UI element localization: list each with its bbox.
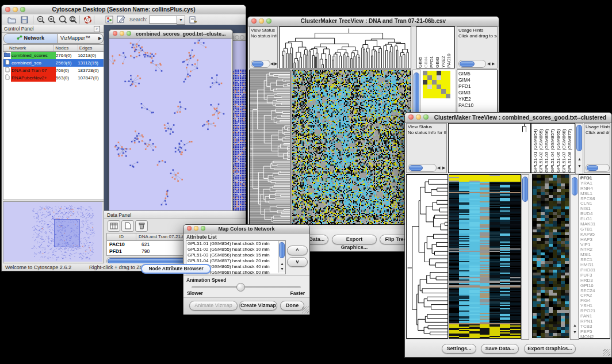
- scroll-right-icon[interactable]: ▶: [442, 166, 445, 170]
- row-label[interactable]: GIM5: [458, 71, 497, 77]
- gene-label[interactable]: TCB3: [580, 324, 610, 329]
- gene-label[interactable]: PUF3: [580, 273, 610, 278]
- gene-label[interactable]: RPN1: [580, 319, 610, 324]
- animate-vizmap-button[interactable]: Animate Vizmap: [189, 301, 238, 311]
- gene-label[interactable]: KAP95: [580, 232, 610, 237]
- gene-label[interactable]: CLN1: [580, 201, 610, 206]
- gene-label[interactable]: MSL1: [580, 191, 610, 196]
- resize-grip[interactable]: [603, 349, 610, 356]
- zoom-fit-icon[interactable]: [68, 16, 78, 24]
- zoom-out-icon[interactable]: [36, 16, 46, 24]
- column-label[interactable]: GPL51-03 (GSM856): [544, 124, 550, 173]
- gene-label[interactable]: FIG4: [580, 298, 610, 303]
- zoom-selected-icon[interactable]: [58, 16, 68, 24]
- move-down-button[interactable]: v: [287, 257, 308, 267]
- help-lifesaver-icon[interactable]: [82, 16, 93, 24]
- minimize-icon[interactable]: [235, 35, 239, 40]
- row-label[interactable]: GIM3: [458, 90, 497, 96]
- gene-label[interactable]: BUD4: [580, 211, 610, 216]
- attribute-mapper-icon[interactable]: [188, 16, 198, 24]
- tv2-genelist-vscroll[interactable]: ▲ ▼: [570, 174, 579, 340]
- float-panel-icon[interactable]: ⌕: [94, 26, 100, 32]
- network-row[interactable]: combined_scores2764(0)16218(0): [3, 52, 104, 59]
- tv1-gene-dendrogram[interactable]: [249, 70, 290, 225]
- gene-label[interactable]: PAN1: [580, 313, 610, 319]
- column-label[interactable]: GIM4: [423, 27, 429, 68]
- scroll-up-icon[interactable]: ▲: [577, 157, 582, 161]
- gene-label[interactable]: GTB1: [580, 227, 610, 232]
- save-data-button[interactable]: Save Data...: [481, 344, 519, 354]
- minimize-icon[interactable]: [13, 7, 18, 12]
- gene-label[interactable]: RNR4: [580, 186, 610, 191]
- gene-label[interactable]: NIS1: [580, 206, 610, 211]
- gene-label[interactable]: YSH1: [580, 303, 610, 308]
- attribute-list-item[interactable]: GPL51-02 (GSM855) heat shock 10 min: [186, 247, 285, 252]
- network-canvas[interactable]: [109, 39, 231, 210]
- zoom-window-icon[interactable]: [201, 226, 205, 231]
- tv2-hints-hscroll[interactable]: [586, 164, 610, 172]
- attribute-list-item[interactable]: GPL51-04 (GSM857) heat shock 20 min: [186, 258, 285, 264]
- gene-label[interactable]: HAP3: [580, 237, 610, 242]
- column-label[interactable]: GPL51-04 (GSM857): [550, 124, 556, 173]
- animation-slider-thumb[interactable]: [236, 283, 245, 292]
- annotation-icon[interactable]: [116, 16, 126, 24]
- dialog-titlebar[interactable]: Map Colors to Network: [183, 225, 309, 233]
- network-view-window-1[interactable]: combined_scores_good.txt--cluste...: [109, 29, 233, 210]
- create-vizmap-button[interactable]: Create Vizmap: [239, 301, 277, 311]
- vizmapper-icon[interactable]: [104, 16, 114, 24]
- data-col-id[interactable]: ID: [107, 233, 136, 240]
- column-label[interactable]: GPL51-02 (GSM855): [538, 124, 544, 173]
- export-graphics-button[interactable]: Export Graphics...: [332, 235, 377, 244]
- tv1-status-hscroll[interactable]: [251, 60, 270, 68]
- gene-label[interactable]: CPA2: [580, 293, 610, 298]
- network-view-titlebar[interactable]: combined_scores_good.txt--cluste...: [109, 30, 232, 39]
- attribute-list-item[interactable]: GPL51-03 (GSM856) heat shock 15 min: [186, 252, 285, 258]
- column-label[interactable]: GIM5: [418, 27, 423, 68]
- search-dropdown-icon[interactable]: ▼: [177, 16, 185, 25]
- export-graphics-button[interactable]: Export Graphics...: [524, 344, 576, 354]
- settings-button[interactable]: Settings...: [442, 344, 476, 354]
- tab-overflow-icon[interactable]: ▶: [98, 36, 102, 41]
- column-label[interactable]: GPL51-08 (GSM872): [567, 124, 573, 173]
- birdseye-view[interactable]: [3, 201, 104, 263]
- tv2-collabel-vscroll[interactable]: ▲ ▼: [575, 123, 583, 174]
- minimize-icon[interactable]: [194, 226, 198, 231]
- network-row[interactable]: combined_sco2569(6)13112(15): [3, 59, 104, 67]
- gene-label[interactable]: MAK31: [580, 221, 610, 227]
- tv2-heatmap-vscroll[interactable]: [521, 174, 529, 340]
- gene-label[interactable]: PHO81: [580, 267, 610, 273]
- column-label[interactable]: YKE2: [441, 27, 446, 68]
- gene-label[interactable]: GPI16: [580, 283, 610, 288]
- row-label[interactable]: PFD1: [458, 83, 497, 90]
- gene-label[interactable]: SEC24: [580, 288, 610, 293]
- close-icon[interactable]: [251, 18, 257, 24]
- scroll-right-icon[interactable]: ▶: [492, 62, 495, 66]
- column-label[interactable]: PFD1: [429, 27, 435, 68]
- gene-label[interactable]: RPO21: [580, 308, 610, 313]
- gene-label[interactable]: SPC98: [580, 196, 610, 201]
- gene-label[interactable]: ELG1: [580, 216, 610, 221]
- attribute-list-item[interactable]: GPL51-01 (GSM854) heat shock 05 min: [186, 241, 285, 247]
- col-header-nodes[interactable]: Nodes: [54, 45, 78, 51]
- scroll-down-icon[interactable]: ▼: [280, 267, 284, 271]
- column-label[interactable]: GPL51-07 (GSM868): [561, 124, 567, 173]
- zoom-window-icon[interactable]: [240, 35, 244, 40]
- scroll-right-icon[interactable]: ▶: [274, 62, 277, 66]
- close-icon[interactable]: [5, 7, 10, 12]
- zoom-window-icon[interactable]: [127, 31, 131, 36]
- gene-label[interactable]: NTR2: [580, 247, 610, 252]
- tv1-similarity-matrix[interactable]: [423, 71, 450, 98]
- row-label[interactable]: GIM4: [458, 77, 497, 83]
- close-icon[interactable]: [408, 114, 414, 120]
- close-icon[interactable]: [187, 226, 192, 231]
- gene-label[interactable]: PEP5: [580, 329, 610, 334]
- col-header-edges[interactable]: Edges: [78, 45, 104, 51]
- delete-attribute-icon[interactable]: [135, 220, 148, 232]
- gene-label[interactable]: SEC1: [580, 257, 610, 262]
- tv1-heatmap[interactable]: [292, 70, 411, 225]
- scroll-down-icon[interactable]: ▼: [577, 164, 582, 168]
- tv2-thumbnail-heatmap[interactable]: [532, 174, 569, 338]
- row-label[interactable]: PAC10: [458, 102, 497, 109]
- tv2-status-hscroll[interactable]: [408, 164, 437, 172]
- scroll-left-icon[interactable]: ◀: [437, 166, 440, 170]
